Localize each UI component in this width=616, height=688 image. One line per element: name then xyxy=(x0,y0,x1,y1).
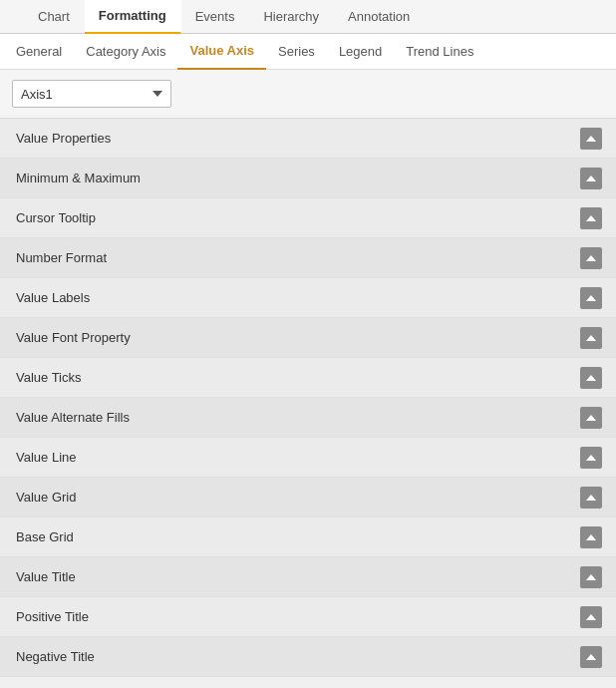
section-row[interactable]: Base Grid xyxy=(0,517,616,557)
section-collapse-button[interactable] xyxy=(580,487,602,509)
section-row[interactable]: Value Labels xyxy=(0,278,616,318)
section-row[interactable]: Negative Title xyxy=(0,637,616,677)
section-collapse-button[interactable] xyxy=(580,447,602,469)
section-collapse-button[interactable] xyxy=(580,128,602,150)
section-label: Value Title xyxy=(16,569,76,584)
section-label: Number Format xyxy=(16,250,107,265)
section-row[interactable]: Value Alternate Fills xyxy=(0,398,616,438)
section-collapse-button[interactable] xyxy=(580,247,602,269)
section-row[interactable]: Positive Title xyxy=(0,597,616,637)
top-tab-bar: ChartFormattingEventsHierarchyAnnotation xyxy=(0,0,616,34)
section-collapse-button[interactable] xyxy=(580,646,602,668)
section-label: Minimum & Maximum xyxy=(16,171,141,185)
section-collapse-button[interactable] xyxy=(580,606,602,628)
sub-tabs-container: GeneralCategory AxisValue AxisSeriesLege… xyxy=(4,34,485,70)
section-label: Positive Title xyxy=(16,609,89,624)
section-collapse-button[interactable] xyxy=(580,566,602,588)
top-tab-annotation[interactable]: Annotation xyxy=(334,0,425,34)
section-collapse-button[interactable] xyxy=(580,367,602,389)
section-row[interactable]: Minimum & Maximum xyxy=(0,159,616,198)
section-label: Value Grid xyxy=(16,490,76,505)
section-label: Cursor Tooltip xyxy=(16,210,96,225)
section-label: Value Ticks xyxy=(16,370,82,385)
section-collapse-button[interactable] xyxy=(580,168,602,189)
section-collapse-button[interactable] xyxy=(580,207,602,229)
section-collapse-button[interactable] xyxy=(580,287,602,309)
sub-tab-bar: GeneralCategory AxisValue AxisSeriesLege… xyxy=(0,34,616,70)
section-label: Value Alternate Fills xyxy=(16,410,130,425)
top-tab-hierarchy[interactable]: Hierarchy xyxy=(249,0,334,34)
section-label: Negative Title xyxy=(16,649,95,664)
section-collapse-button[interactable] xyxy=(580,327,602,349)
top-tab-chart[interactable]: Chart xyxy=(24,0,85,34)
sections-list: Value PropertiesMinimum & MaximumCursor … xyxy=(0,119,616,677)
section-row[interactable]: Cursor Tooltip xyxy=(0,198,616,238)
section-label: Base Grid xyxy=(16,529,74,544)
section-row[interactable]: Value Ticks xyxy=(0,358,616,398)
sub-tab-value-axis[interactable]: Value Axis xyxy=(177,34,266,70)
section-label: Value Line xyxy=(16,450,76,465)
nav-arrow-right[interactable] xyxy=(592,0,616,34)
sub-tab-general[interactable]: General xyxy=(4,34,74,70)
section-row[interactable]: Value Font Property xyxy=(0,318,616,358)
section-collapse-button[interactable] xyxy=(580,526,602,548)
sub-tab-category-axis[interactable]: Category Axis xyxy=(74,34,177,70)
top-tab-formatting[interactable]: Formatting xyxy=(85,0,181,34)
axis-select[interactable]: Axis1Axis2 xyxy=(12,80,171,108)
sub-tab-trend-lines[interactable]: Trend Lines xyxy=(394,34,485,70)
nav-arrow-left[interactable] xyxy=(0,0,24,34)
section-row[interactable]: Value Properties xyxy=(0,119,616,159)
section-label: Value Labels xyxy=(16,290,90,305)
section-row[interactable]: Value Grid xyxy=(0,478,616,517)
section-row[interactable]: Value Title xyxy=(0,557,616,597)
section-row[interactable]: Number Format xyxy=(0,238,616,278)
axis-dropdown-row: Axis1Axis2 xyxy=(0,70,616,119)
section-collapse-button[interactable] xyxy=(580,407,602,429)
top-tabs-container: ChartFormattingEventsHierarchyAnnotation xyxy=(24,0,592,34)
top-tab-events[interactable]: Events xyxy=(181,0,250,34)
section-label: Value Properties xyxy=(16,131,111,146)
axis-dropdown-wrapper: Axis1Axis2 xyxy=(12,80,171,108)
sub-tab-legend[interactable]: Legend xyxy=(327,34,394,70)
sub-tab-series[interactable]: Series xyxy=(266,34,327,70)
section-row[interactable]: Value Line xyxy=(0,438,616,478)
section-label: Value Font Property xyxy=(16,330,131,345)
